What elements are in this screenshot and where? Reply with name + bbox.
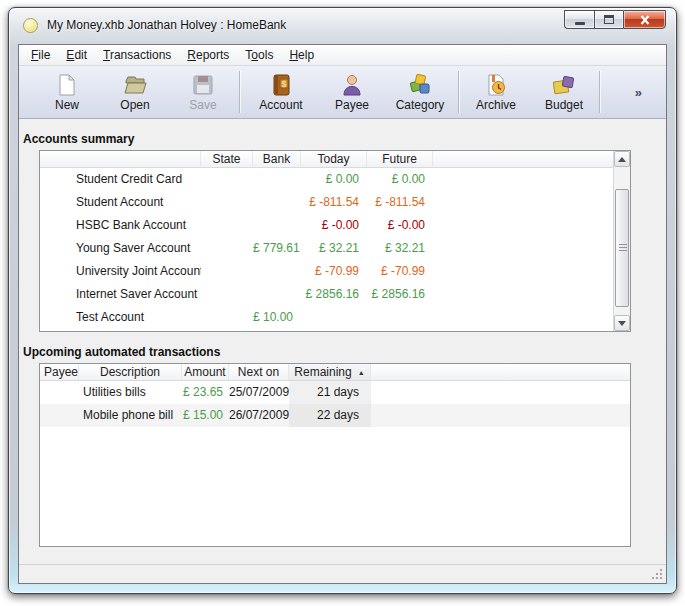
archive-button[interactable]: Archive (461, 69, 531, 116)
new-file-icon (55, 73, 79, 97)
arrow-down-icon (618, 321, 626, 326)
toolbar-separator (239, 71, 240, 113)
menu-help[interactable]: Help (281, 45, 322, 65)
scroll-up-button[interactable] (614, 151, 630, 167)
minimize-icon (575, 22, 585, 25)
cell-payee (40, 381, 79, 404)
cell-today: £ -811.54 (301, 191, 367, 214)
cell-bank: £ 10.00 (253, 306, 301, 329)
cell-account-name: Young Saver Account (40, 237, 201, 260)
upcoming-row[interactable]: Utilities bills £ 23.65 25/07/2009 21 da… (40, 381, 630, 404)
archive-label: Archive (476, 99, 516, 112)
menu-transactions[interactable]: Transactions (95, 45, 179, 65)
payee-button[interactable]: Payee (320, 69, 384, 116)
budget-button[interactable]: Budget (531, 69, 597, 116)
cell-bank (253, 214, 301, 237)
menu-reports[interactable]: Reports (179, 45, 237, 65)
toolbar-separator (458, 71, 459, 113)
cell-today: £ 32.21 (301, 237, 367, 260)
scroll-down-button[interactable] (614, 315, 630, 331)
cell-state (201, 237, 253, 260)
minimize-button[interactable] (564, 10, 594, 29)
scrollbar-thumb[interactable] (615, 189, 629, 307)
sort-ascending-icon: ▲ (358, 369, 365, 376)
col-description[interactable]: Description (79, 364, 182, 380)
upcoming-table-header: Payee Description Amount Next on Remaini… (40, 364, 630, 381)
budget-icon (552, 73, 576, 97)
cell-payee (40, 404, 79, 427)
cell-account-name: Student Account (40, 191, 201, 214)
cell-remaining: 21 days (289, 381, 371, 404)
col-payee[interactable]: Payee (40, 364, 79, 380)
main-content: Accounts summary State Bank Today Future… (19, 119, 666, 564)
cell-state (201, 283, 253, 306)
col-bank[interactable]: Bank (253, 151, 301, 167)
col-state[interactable]: State (201, 151, 253, 167)
cell-today (301, 306, 367, 329)
close-button[interactable] (623, 10, 666, 29)
upcoming-transactions-table: Payee Description Amount Next on Remaini… (39, 363, 631, 547)
account-row[interactable]: Student Credit Card £ 0.00 £ 0.00 (40, 168, 630, 191)
menu-file[interactable]: File (23, 45, 58, 65)
upcoming-title: Upcoming automated transactions (23, 344, 666, 360)
col-future[interactable]: Future (367, 151, 433, 167)
cell-state (201, 214, 253, 237)
accounts-scrollbar[interactable] (613, 151, 630, 331)
account-row[interactable]: Young Saver Account £ 779.61 £ 32.21 £ 3… (40, 237, 630, 260)
cell-today: £ 0.00 (301, 168, 367, 191)
save-label: Save (189, 99, 216, 112)
open-button[interactable]: Open (101, 69, 169, 116)
account-button[interactable]: $ Account (242, 69, 320, 116)
cell-state (201, 191, 253, 214)
cell-bank: £ 779.61 (253, 237, 301, 260)
category-button[interactable]: Category (384, 69, 456, 116)
accounts-summary-title: Accounts summary (23, 131, 666, 147)
window-title: My Money.xhb Jonathan Holvey : HomeBank (47, 8, 286, 42)
col-today[interactable]: Today (301, 151, 367, 167)
cell-bank (253, 168, 301, 191)
account-row[interactable]: HSBC Bank Account £ -0.00 £ -0.00 (40, 214, 630, 237)
arrow-up-icon (618, 157, 626, 162)
open-folder-icon (123, 73, 147, 97)
svg-text:$: $ (281, 78, 286, 88)
menu-bar: File Edit Transactions Reports Tools Hel… (19, 45, 666, 66)
cell-account-name: Internet Saver Account (40, 283, 201, 306)
maximize-button[interactable] (594, 10, 623, 29)
accounts-table-header: State Bank Today Future (40, 151, 613, 168)
toolbar-separator (599, 71, 600, 113)
payee-label: Payee (335, 99, 369, 112)
titlebar[interactable]: My Money.xhb Jonathan Holvey : HomeBank (9, 8, 676, 42)
cell-future: £ 0.00 (367, 168, 433, 191)
upcoming-row[interactable]: Mobile phone bill £ 15.00 26/07/2009 22 … (40, 404, 630, 427)
scrollbar-grip-icon (619, 244, 627, 245)
cell-bank (253, 283, 301, 306)
status-bar (19, 564, 666, 583)
menu-edit[interactable]: Edit (58, 45, 95, 65)
homebank-window: My Money.xhb Jonathan Holvey : HomeBank … (8, 7, 677, 594)
menu-tools[interactable]: Tools (237, 45, 281, 65)
account-row[interactable]: Test Account £ 10.00 (40, 306, 630, 329)
cell-account-name: Test Account (40, 306, 201, 329)
new-button[interactable]: New (33, 69, 101, 116)
col-next-on[interactable]: Next on (229, 364, 289, 380)
col-filler (433, 151, 613, 167)
account-row[interactable]: University Joint Account £ -70.99 £ -70.… (40, 260, 630, 283)
col-filler (371, 364, 630, 380)
cell-account-name: HSBC Bank Account (40, 214, 201, 237)
cell-amount: £ 23.65 (182, 381, 229, 404)
cell-future: £ -0.00 (367, 214, 433, 237)
toolbar: New Open Save $ Account Payee Category (19, 66, 666, 119)
save-button: Save (169, 69, 237, 116)
cell-future: £ -811.54 (367, 191, 433, 214)
cell-next-on: 25/07/2009 (229, 381, 289, 404)
col-account[interactable] (40, 151, 201, 167)
resize-grip-icon[interactable] (660, 577, 662, 579)
save-floppy-icon (191, 73, 215, 97)
account-row[interactable]: Student Account £ -811.54 £ -811.54 (40, 191, 630, 214)
cell-future (367, 306, 433, 329)
account-row[interactable]: Internet Saver Account £ 2856.16 £ 2856.… (40, 283, 630, 306)
col-remaining[interactable]: Remaining▲ (289, 364, 371, 380)
archive-clock-icon (484, 73, 508, 97)
toolbar-overflow-chevron-icon[interactable]: » (635, 85, 642, 100)
col-amount[interactable]: Amount (182, 364, 229, 380)
